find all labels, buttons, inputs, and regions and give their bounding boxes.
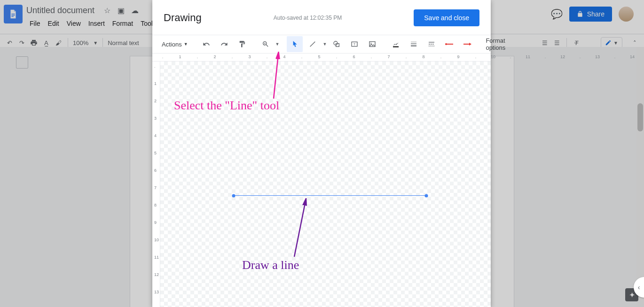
undo-icon[interactable]: ↶	[5, 38, 14, 47]
menu-view[interactable]: View	[63, 18, 84, 29]
comments-icon[interactable]: 💬	[551, 8, 563, 20]
svg-rect-10	[393, 46, 399, 47]
format-options-button[interactable]: Format options	[483, 35, 508, 53]
line-end-icon[interactable]	[459, 36, 475, 52]
zoom-icon[interactable]	[258, 36, 274, 52]
svg-rect-2	[11, 16, 14, 17]
text-box-tool[interactable]: T	[346, 36, 362, 52]
document-title[interactable]: Untitled document	[26, 6, 94, 15]
svg-rect-1	[11, 15, 15, 15]
autosave-status: Auto-saved at 12:02:35 PM	[211, 15, 405, 21]
spellcheck-icon[interactable]: A̲	[41, 38, 51, 47]
drawing-canvas[interactable]	[160, 61, 491, 307]
dialog-title: Drawing	[164, 12, 202, 24]
menu-format[interactable]: Format	[109, 18, 136, 29]
redo-icon[interactable]: ↷	[17, 38, 26, 47]
menu-edit[interactable]: Edit	[45, 18, 63, 29]
horizontal-ruler: .1.2.3.4.5.6.7.8.9.10.11.12.13.14.15.16.…	[152, 54, 491, 61]
line-end-handle[interactable]	[425, 194, 428, 198]
svg-text:T: T	[353, 43, 355, 46]
line-color-icon[interactable]	[388, 36, 404, 52]
outline-toggle-icon[interactable]	[16, 56, 28, 69]
line-start-icon[interactable]	[441, 36, 457, 52]
drawing-toolbar: Actions▼ ▼ ▼ T Format options	[152, 35, 491, 54]
clear-format-icon[interactable]: T	[572, 38, 581, 47]
redo-icon[interactable]	[216, 36, 232, 52]
scrollbar[interactable]	[636, 47, 644, 307]
share-button[interactable]: Share	[569, 7, 612, 22]
save-and-close-button[interactable]: Save and close	[414, 9, 479, 26]
line-tool[interactable]	[305, 36, 321, 52]
move-icon[interactable]: ▣	[118, 7, 125, 15]
drawing-dialog: Drawing Auto-saved at 12:02:35 PM Save a…	[152, 0, 491, 307]
svg-rect-11	[411, 42, 416, 42]
paint-format-icon[interactable]	[234, 36, 250, 52]
drawn-line[interactable]	[234, 195, 426, 196]
menu-file[interactable]: File	[26, 18, 44, 29]
share-label: Share	[587, 10, 605, 18]
shape-tool[interactable]	[329, 36, 345, 52]
paint-format-icon[interactable]: 🖌	[54, 38, 63, 47]
svg-point-18	[445, 43, 447, 45]
line-weight-icon[interactable]	[406, 36, 422, 52]
print-icon[interactable]	[29, 38, 39, 47]
svg-point-9	[371, 43, 372, 44]
svg-rect-0	[11, 14, 15, 14]
svg-rect-12	[411, 44, 416, 44]
image-tool[interactable]	[364, 36, 380, 52]
line-dash-icon[interactable]	[424, 36, 440, 52]
docs-logo-icon[interactable]	[4, 5, 23, 23]
select-tool[interactable]	[287, 36, 303, 52]
line-start-handle[interactable]	[232, 194, 236, 198]
actions-menu[interactable]: Actions▼	[159, 39, 191, 50]
svg-rect-13	[411, 46, 416, 46]
indent-increase-icon[interactable]: ☰	[552, 38, 562, 47]
star-icon[interactable]: ☆	[104, 7, 110, 15]
svg-line-3	[310, 42, 315, 47]
zoom-select[interactable]: 100%	[73, 39, 88, 46]
indent-decrease-icon[interactable]: ☰	[540, 38, 550, 47]
user-avatar[interactable]	[619, 7, 634, 22]
menu-insert[interactable]: Insert	[85, 18, 108, 29]
cloud-status-icon[interactable]: ☁	[131, 7, 139, 15]
vertical-ruler: .1234567891011121314	[152, 61, 160, 307]
expand-icon[interactable]: ˄	[630, 38, 639, 47]
undo-icon[interactable]	[198, 36, 214, 52]
style-select[interactable]: Normal text	[108, 39, 139, 46]
